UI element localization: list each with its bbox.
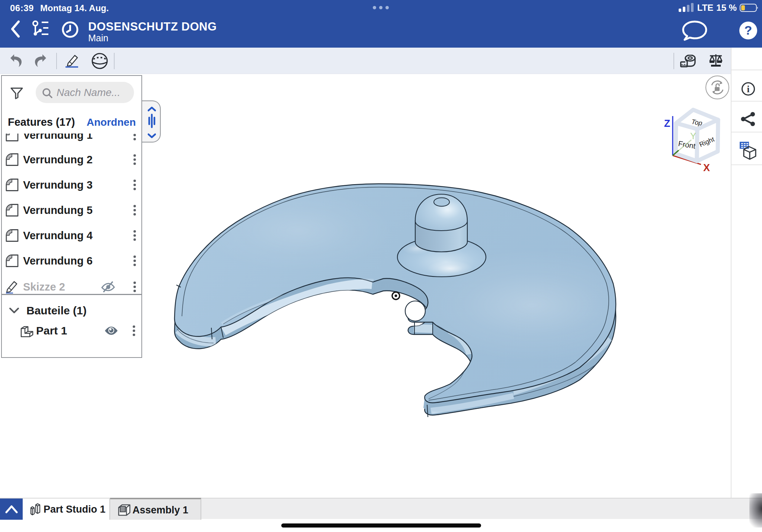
svg-text:Z: Z: [664, 118, 670, 129]
svg-text:Y: Y: [690, 131, 696, 141]
svg-text:X: X: [703, 162, 710, 173]
svg-text:i: i: [747, 84, 750, 94]
